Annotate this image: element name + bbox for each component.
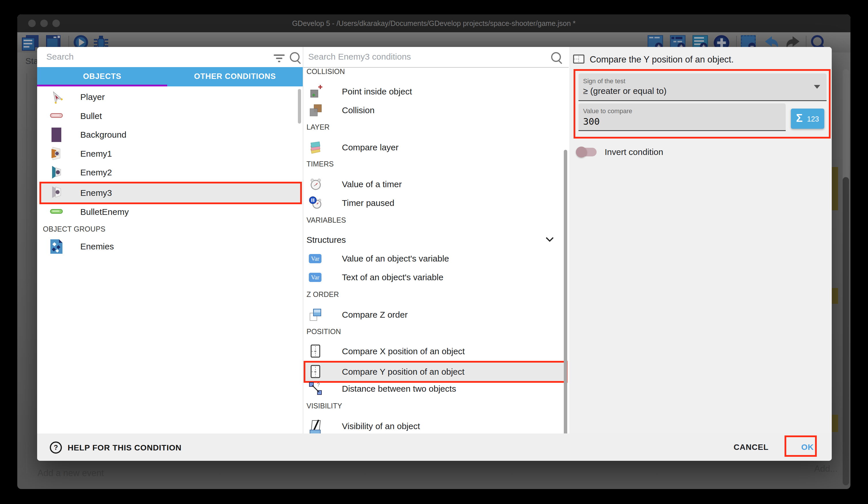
section-header: VISIBILITY [307, 402, 342, 410]
object-row-enemy2[interactable]: Enemy2 [37, 163, 303, 182]
compare-y-position-icon [309, 365, 323, 379]
object-row-player[interactable]: Player [37, 88, 303, 107]
condition-structures-group[interactable]: Structures [303, 231, 566, 249]
group-row-enemies[interactable]: Enemies [37, 237, 303, 256]
section-header: LAYER [307, 123, 330, 131]
background-icon [52, 128, 61, 142]
condition-visibility[interactable]: Visibility of an object [303, 417, 566, 435]
timer-icon [309, 178, 323, 191]
condition-point-inside[interactable]: Point inside object [303, 82, 566, 101]
active-tab-indicator [37, 85, 167, 87]
tab-other-conditions[interactable]: OTHER CONDITIONS [167, 67, 303, 85]
compare-z-order-icon [309, 308, 323, 322]
condition-compare-x-position[interactable]: Compare X position of an object [303, 342, 566, 361]
condition-compare-z-order[interactable]: Compare Z order [303, 305, 566, 324]
variable-icon: Var [309, 273, 321, 282]
condition-compare-layer[interactable]: Compare layer [303, 138, 566, 157]
bullet-enemy-icon [50, 207, 63, 216]
filter-icon[interactable] [274, 54, 285, 63]
condition-compare-y-position[interactable]: Compare Y position of an object [303, 363, 566, 381]
condition-text-object-variable[interactable]: Var Text of an object's variable [303, 268, 566, 286]
enemy3-ship-icon [50, 185, 63, 200]
cancel-button[interactable]: CANCEL [734, 443, 768, 452]
object-search-row [46, 52, 265, 62]
section-header: VARIABLES [307, 216, 346, 224]
invert-condition-label: Invert condition [604, 147, 663, 157]
condition-title: Compare the Y position of an object. [590, 54, 734, 65]
annotation-parameter-fields [574, 69, 830, 139]
enemy2-ship-icon [50, 165, 63, 180]
collision-icon [309, 103, 323, 117]
point-inside-icon [309, 85, 323, 99]
help-icon: ? [50, 442, 62, 454]
section-header: Z ORDER [307, 290, 339, 299]
condition-timer-paused[interactable]: Timer paused [303, 194, 566, 212]
section-header: COLLISION [307, 67, 345, 76]
condition-editor-dialog: OBJECTS OTHER CONDITIONS Player [37, 47, 832, 461]
bullet-icon [50, 111, 63, 120]
compare-y-position-icon [573, 54, 585, 64]
compare-x-position-icon [309, 344, 323, 358]
timer-paused-icon [309, 196, 323, 210]
annotation-ok-button [785, 435, 817, 457]
section-header: TIMERS [307, 160, 333, 168]
condition-value-object-variable[interactable]: Var Value of an object's variable [303, 249, 566, 268]
object-groups-header: OBJECT GROUPS [43, 225, 105, 233]
object-group-icon [50, 239, 62, 254]
help-for-condition-button[interactable]: ? HELP FOR THIS CONDITION [50, 442, 223, 454]
object-list-scrollbar[interactable] [298, 89, 301, 123]
object-row-enemy3[interactable]: Enemy3 [37, 183, 303, 202]
object-row-background[interactable]: Background [37, 125, 303, 144]
player-ship-icon [50, 90, 63, 104]
object-row-bullet[interactable]: Bullet [37, 107, 303, 125]
dialog-footer: ? HELP FOR THIS CONDITION CANCEL OK [37, 433, 832, 461]
clipped-condition-icon [309, 430, 323, 433]
tab-objects[interactable]: OBJECTS [37, 67, 167, 85]
column-divider [303, 47, 303, 433]
svg-text:?: ? [317, 382, 320, 387]
object-search-input[interactable] [46, 52, 266, 62]
variable-icon: Var [309, 254, 321, 263]
condition-timer-value[interactable]: Value of a timer [303, 175, 566, 193]
dialog-tabs: OBJECTS OTHER CONDITIONS [37, 67, 303, 87]
condition-list-scrollbar[interactable] [564, 150, 567, 438]
condition-search-row [308, 52, 526, 62]
object-row-bulletenemy[interactable]: BulletEnemy [37, 202, 303, 221]
search-icon [551, 52, 565, 65]
section-header: POSITION [307, 327, 341, 336]
app-window: GDevelop 5 - /Users/dkarakay/Documents/G… [17, 14, 850, 489]
chevron-down-icon [545, 236, 554, 242]
search-icon [290, 52, 303, 65]
invert-condition-toggle-knob[interactable] [576, 147, 587, 158]
object-row-enemy1[interactable]: Enemy1 [37, 144, 303, 163]
compare-layer-icon [309, 141, 323, 154]
distance-between-objects-icon: ? [309, 382, 323, 396]
condition-search-input[interactable] [308, 52, 528, 62]
condition-distance-objects[interactable]: ? Distance between two objects [303, 380, 566, 398]
enemy1-ship-icon [50, 146, 63, 161]
condition-collision[interactable]: Collision [303, 101, 566, 120]
screen: GDevelop 5 - /Users/dkarakay/Documents/G… [0, 0, 868, 504]
